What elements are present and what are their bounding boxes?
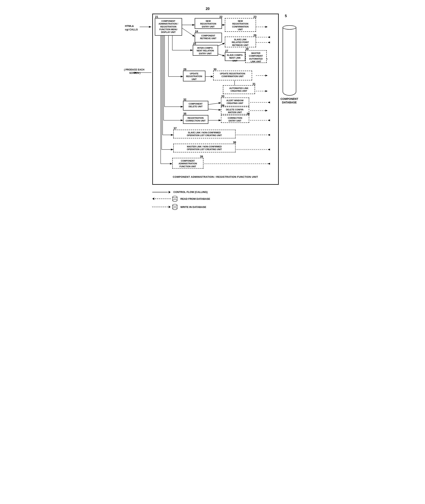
unit-24-number: 24 <box>195 30 198 33</box>
unit-35: 35 REGISTRATIONCORRECTION UNIT <box>183 115 208 124</box>
unit-38: 38 MASTER LINK / NON-CONFIRMEDOPERATION … <box>173 144 236 152</box>
produce-screen-arrow-svg <box>136 71 153 75</box>
svg-point-51 <box>173 208 177 210</box>
legend-write-db-arrow <box>152 204 178 210</box>
unit-36-number: 36 <box>247 112 250 116</box>
database-cylinder: COMPONENTDATABASE <box>281 25 298 104</box>
unit-26-number: 26 <box>253 34 257 37</box>
diagram-area: COMPONENTDATABASE HTML&cgi CALLS ( PRODU… <box>125 14 300 185</box>
legend-write-db-label: WRITE IN DATABASE <box>180 205 206 209</box>
legend-control-flow-label: CONTROL FLOW (CALLING) <box>173 191 208 193</box>
svg-point-43 <box>173 196 177 198</box>
unit-28: 28 MASTERCOMPONENTAUTOMATEDLINK UNIT <box>245 50 267 63</box>
unit-35-number: 35 <box>183 112 186 116</box>
unit-34: 34 DELETE CONFIR-MATION UNIT <box>221 107 249 115</box>
unit-27: 27 SLAVE COMPO-NENT LINK UNIT <box>225 52 245 61</box>
fig-number-20: 20 <box>206 7 210 11</box>
unit-22: 22 NEWREGISTRATIONENTRY UNIT <box>195 18 222 29</box>
dashed-line-read <box>155 198 171 199</box>
legend-write-db: WRITE IN DATABASE <box>152 204 300 210</box>
svg-point-47 <box>173 199 177 202</box>
arrowhead-right-write <box>169 206 171 208</box>
legend-read-db-label: READ FROM DATABASE <box>180 198 210 200</box>
page-container: 20 5 COMPONENTDATABASE HTML&cgi CALLS ( … <box>125 6 300 210</box>
legend-read-db: READ FROM DATABASE <box>152 196 300 202</box>
unit-31: 31 AUTOMATED LINKCREATING UNIT <box>223 85 255 94</box>
legend-db-icon-write <box>172 204 178 210</box>
unit-30: 30 UPDATE REGISTRATIONCONFIRMATION UNIT <box>213 71 252 80</box>
main-box-label: COMPONENT ADMINISTRATION / REGISTRATION … <box>156 175 275 178</box>
main-system-box: 21 COMPONENT ADMINISTRATION / REGISTRATI… <box>152 14 279 185</box>
unit-33-number: 33 <box>221 95 225 98</box>
unit-25: 25 INTER-COMPO-NENT RELATIONENTRY UNIT <box>193 45 218 56</box>
unit-37: 37 SLAVE LINK / NON-CONFIRMEDOPERATION L… <box>173 130 236 138</box>
legend-db-icon-read <box>172 196 178 202</box>
unit-28-number: 28 <box>246 47 249 51</box>
svg-line-1 <box>182 28 195 37</box>
external-arrow-svg <box>140 25 155 29</box>
legend: CONTROL FLOW (CALLING) READ FROM DATABAS… <box>152 191 300 210</box>
unit-38-number: 38 <box>233 141 236 144</box>
unit-31-number: 31 <box>252 82 256 86</box>
arrowhead-right <box>169 191 171 193</box>
unit-23-number: 23 <box>253 15 257 19</box>
unit-26: 26 SLAVE LINKRELATED POINTRETRIEVE UNIT <box>225 37 256 47</box>
unit-25-number: 25 <box>193 42 196 45</box>
db-cylinder-top <box>283 25 296 30</box>
dashed-line-write <box>152 207 168 207</box>
unit-30-number: 30 <box>213 68 217 71</box>
unit-29-number: 29 <box>183 68 186 71</box>
unit-34-number: 34 <box>221 103 225 107</box>
svg-rect-44 <box>173 197 177 200</box>
unit-39-number: 39 <box>200 155 203 158</box>
db-cylinder-body <box>283 27 296 95</box>
db-label: COMPONENTDATABASE <box>280 97 298 104</box>
arrowhead-left-read <box>152 198 154 200</box>
unit-22-number: 22 <box>219 15 223 19</box>
unit-37-number: 37 <box>174 127 177 130</box>
unit-29: 29 UPDATEREGISTRATIONUNIT <box>183 71 206 81</box>
unit-21: 21 COMPONENT ADMINISTRATION / REGISTRATI… <box>155 18 182 36</box>
unit-32-number: 32 <box>183 98 186 101</box>
legend-control-flow: CONTROL FLOW (CALLING) <box>152 191 300 193</box>
html-cgi-calls-label: HTML&cgi CALLS <box>125 24 138 31</box>
solid-line <box>152 192 168 192</box>
unit-23: 23 NEWREGISTRATIONCONFIRMATIONUNIT <box>225 18 256 32</box>
legend-read-db-arrow <box>152 196 178 202</box>
unit-33: 33 ALERT WINDOWCREATING UNIT <box>221 97 249 106</box>
legend-control-flow-arrow <box>152 191 171 193</box>
unit-36: 36 CORRECTIONENTRY UNIT <box>221 115 249 123</box>
unit-39: 39 COMPONENTADMINISTRATIONFUNCTION UNIT <box>172 158 203 169</box>
unit-27-number: 27 <box>225 49 228 53</box>
unit-32: 32 COMPONENTDELETE UNIT <box>183 101 208 111</box>
unit-21-number: 21 <box>155 15 158 19</box>
svg-point-48 <box>173 204 177 206</box>
unit-24: 24 COMPONENTRETRIEVE UNIT <box>195 33 222 42</box>
